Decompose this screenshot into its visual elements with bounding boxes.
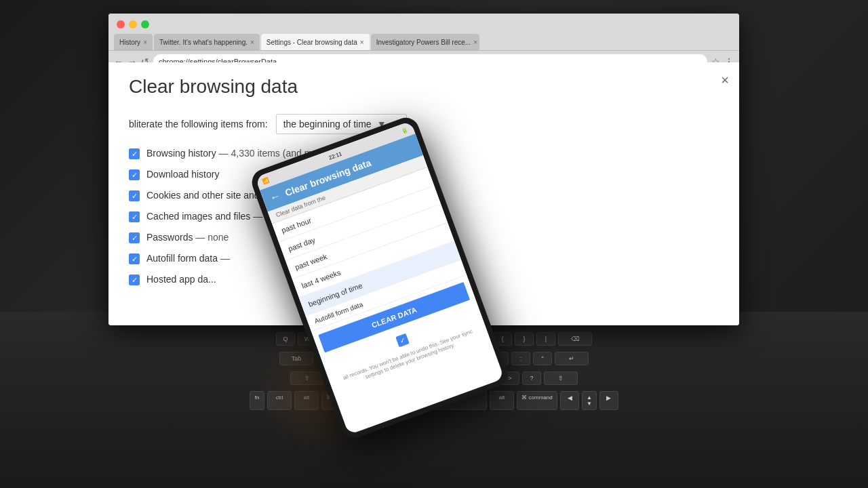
passwords-checkbox[interactable] [129, 232, 140, 243]
minimize-traffic-light[interactable] [129, 20, 137, 28]
download-history-label: Download history [146, 169, 219, 180]
from-label: bliterate the following items from: [129, 119, 268, 129]
key-alt-right[interactable]: alt [490, 391, 514, 410]
phone-carrier: 📶 [262, 177, 270, 185]
key-arrow-up[interactable]: ▲▼ [582, 391, 597, 410]
tab-twitter-close[interactable]: × [250, 39, 254, 46]
browser-chrome: History × Twitter. It's what's happening… [108, 14, 739, 62]
tab-twitter[interactable]: Twitter. It's what's happening. × [154, 34, 260, 50]
tab-history[interactable]: History × [114, 34, 153, 50]
autofill-detail: — [220, 253, 230, 264]
autofill-full: Autofill form data — [146, 253, 230, 264]
key-slash[interactable]: ? [522, 371, 541, 385]
autofill-label: Autofill form data [146, 253, 218, 264]
hosted-app-label: Hosted app da... [146, 274, 216, 285]
from-row: bliterate the following items from: the … [129, 114, 719, 134]
autofill-checkbox[interactable] [129, 253, 140, 264]
traffic-lights [108, 14, 739, 31]
tab-investigatory-label: Investigatory Powers Bill rece... [376, 39, 471, 46]
tab-twitter-label: Twitter. It's what's happening. [159, 39, 248, 46]
passwords-detail: — none [195, 232, 229, 243]
key-quote[interactable]: " [533, 352, 552, 365]
key-backslash[interactable]: | [536, 332, 555, 346]
tab-investigatory[interactable]: Investigatory Powers Bill rece... × [371, 34, 479, 50]
cached-images-checkbox[interactable] [129, 211, 140, 222]
close-traffic-light[interactable] [117, 20, 125, 28]
phone-back-button[interactable]: ← [268, 189, 282, 204]
phone-battery: 🔋 [401, 126, 409, 134]
passwords-label: Passwords [146, 232, 193, 243]
browser-tabs: History × Twitter. It's what's happening… [108, 31, 739, 50]
key-backspace[interactable]: ⌫ [558, 332, 592, 346]
key-arrow-right[interactable]: ▶ [599, 391, 618, 410]
key-command-right[interactable]: ⌘ command [517, 391, 557, 410]
dialog-close-button[interactable]: × [721, 73, 729, 88]
tab-settings-close[interactable]: × [360, 39, 364, 46]
key-shift-right[interactable]: ⇧ [544, 371, 578, 385]
hosted-app-checkbox[interactable] [129, 274, 140, 285]
tab-history-close[interactable]: × [143, 39, 147, 46]
browsing-history-text: Browsing history [146, 148, 216, 159]
time-range-value: the beginning of time [283, 119, 372, 129]
phone-time: 22:11 [328, 150, 342, 161]
tab-settings[interactable]: Settings - Clear browsing data × [261, 34, 370, 50]
tab-investigatory-close[interactable]: × [473, 39, 477, 46]
cookies-checkbox[interactable] [129, 190, 140, 201]
maximize-traffic-light[interactable] [141, 20, 149, 28]
key-arrow-left[interactable]: ◀ [560, 391, 579, 410]
key-rightbracket[interactable]: } [515, 332, 534, 346]
tab-settings-label: Settings - Clear browsing data [267, 39, 357, 46]
download-history-checkbox[interactable] [129, 169, 140, 180]
key-semicolon[interactable]: : [511, 352, 530, 365]
tab-history-label: History [119, 39, 140, 46]
page-title: Clear browsing data [129, 76, 719, 98]
key-enter[interactable]: ↵ [555, 352, 589, 365]
browsing-history-checkbox[interactable] [129, 148, 140, 159]
passwords-full: Passwords — none [146, 232, 229, 243]
phone-sync-checkbox[interactable] [395, 333, 410, 348]
cached-images-label: Cached images and files [146, 211, 250, 222]
